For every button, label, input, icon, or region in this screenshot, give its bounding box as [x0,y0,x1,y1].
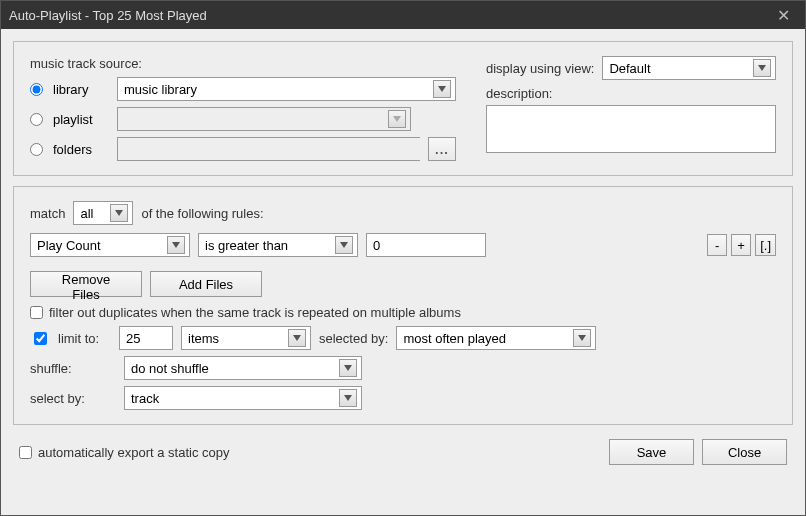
rule-remove-button[interactable]: - [707,234,727,256]
library-label: library [53,82,109,97]
chevron-down-icon [110,204,128,222]
chevron-down-icon [573,329,591,347]
source-heading: music track source: [30,56,456,71]
save-button[interactable]: Save [609,439,694,465]
add-files-button[interactable]: Add Files [150,271,262,297]
rules-panel: match all of the following rules: Play C… [13,186,793,425]
description-label: description: [486,86,776,101]
shuffle-combo[interactable]: do not shuffle [124,356,362,380]
filter-duplicates-label: filter out duplicates when the same trac… [49,305,461,320]
folders-radio[interactable] [30,143,43,156]
playlist-radio[interactable] [30,113,43,126]
description-textarea[interactable] [486,105,776,153]
chevron-down-icon [339,359,357,377]
export-checkbox[interactable] [19,446,32,459]
close-icon[interactable]: ✕ [769,6,797,25]
filter-duplicates-checkbox[interactable] [30,306,43,319]
chevron-down-icon [288,329,306,347]
folders-combo [117,137,420,161]
source-panel: music track source: library music librar… [13,41,793,176]
match-prefix: match [30,206,65,221]
view-label: display using view: [486,61,594,76]
playlist-label: playlist [53,112,109,127]
footer: automatically export a static copy Save … [13,435,793,465]
select-by-label: select by: [30,391,96,406]
rule-value-input[interactable] [366,233,486,257]
limit-label: limit to: [58,331,111,346]
selected-by-label: selected by: [319,331,388,346]
match-combo[interactable]: all [73,201,133,225]
chevron-down-icon [388,110,406,128]
shuffle-label: shuffle: [30,361,96,376]
view-combo[interactable]: Default [602,56,776,80]
library-radio[interactable] [30,83,43,96]
titlebar: Auto-Playlist - Top 25 Most Played ✕ [1,1,805,29]
close-button[interactable]: Close [702,439,787,465]
folders-label: folders [53,142,109,157]
library-combo[interactable]: music library [117,77,456,101]
chevron-down-icon [339,389,357,407]
limit-value-input[interactable] [119,326,173,350]
rule-operator-combo[interactable]: is greater than [198,233,358,257]
select-by-combo[interactable]: track [124,386,362,410]
playlist-combo [117,107,411,131]
folders-browse-button[interactable]: ... [428,137,456,161]
selected-by-combo[interactable]: most often played [396,326,596,350]
chevron-down-icon [753,59,771,77]
rule-add-button[interactable]: + [731,234,751,256]
match-suffix: of the following rules: [141,206,263,221]
remove-files-button[interactable]: Remove Files [30,271,142,297]
chevron-down-icon [433,80,451,98]
rule-group-button[interactable]: [.] [755,234,776,256]
chevron-down-icon [335,236,353,254]
limit-unit-combo[interactable]: items [181,326,311,350]
window-title: Auto-Playlist - Top 25 Most Played [9,8,769,23]
limit-checkbox[interactable] [34,332,47,345]
chevron-down-icon [167,236,185,254]
export-label: automatically export a static copy [38,445,229,460]
rule-field-combo[interactable]: Play Count [30,233,190,257]
